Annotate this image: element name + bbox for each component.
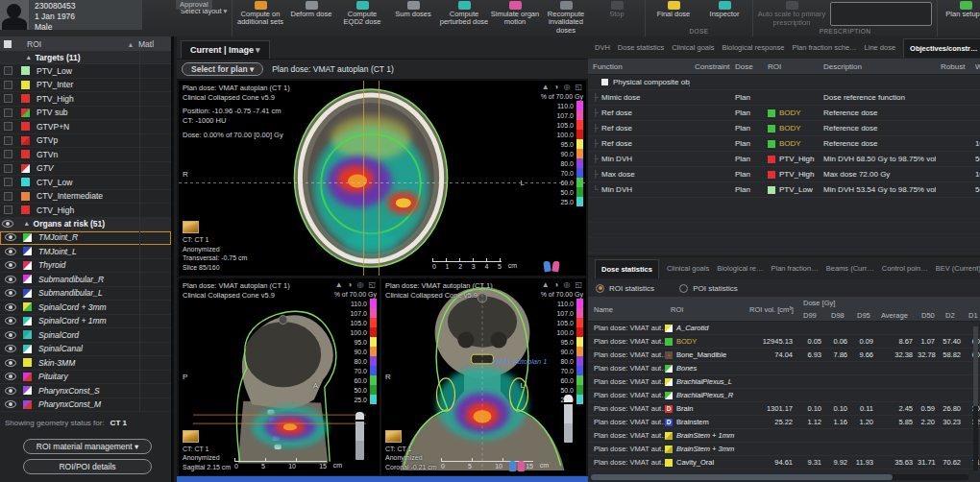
recompute-invalidated-doses-button[interactable]: Recompute invalidated doses	[541, 0, 591, 35]
statistics-row[interactable]: Plan dose: VMAT aut… BrachialPlexus_R	[588, 389, 980, 402]
roi-row[interactable]: CTV_High	[0, 204, 171, 218]
roi-column-header[interactable]: ROI	[27, 39, 41, 49]
tab-current-image[interactable]: Current | Image▾	[181, 40, 270, 59]
eye-icon[interactable]	[5, 317, 16, 325]
roi-row[interactable]: PTV sub	[0, 107, 171, 121]
roi-row[interactable]: TMJoint_R	[0, 231, 171, 246]
poi-statistics-radio[interactable]: POI statistics	[679, 284, 738, 293]
expand-icon[interactable]: ◱	[368, 280, 376, 289]
eye-icon[interactable]	[5, 387, 16, 395]
coronal-viewport[interactable]: Plan dose: VMAT autoplan (CT 1) Clinical…	[381, 278, 586, 475]
roi-statistics-radio[interactable]: ROI statistics	[596, 284, 654, 293]
sort-caret-icon[interactable]: ▴	[129, 39, 133, 49]
roi-row[interactable]: GTV	[0, 162, 171, 177]
roi-row[interactable]: PharynxConst_M	[0, 398, 171, 413]
objective-row[interactable]: ├Ref dose Plan BODY Reference dose	[588, 121, 980, 136]
roi-checkbox[interactable]	[4, 150, 12, 158]
roi-row[interactable]: CTV_Low	[0, 176, 171, 190]
plan-setup-button[interactable]: Plan setup ▾	[941, 0, 980, 18]
eye-icon[interactable]	[5, 345, 16, 352]
orientation-cube-icon[interactable]	[183, 430, 199, 443]
statistics-row[interactable]: Plan dose: VMAT aut… Bones	[588, 362, 980, 375]
statistics-row[interactable]: Plan dose: VMAT aut… Cavity_Oral 94.61 9…	[588, 456, 980, 470]
panel-tab[interactable]: Biological re…	[717, 264, 763, 273]
compute-on-additional-sets-button[interactable]: Compute on additional sets	[235, 0, 285, 27]
roi-checkbox[interactable]	[4, 178, 12, 186]
roi-row[interactable]: PharynxConst_S	[0, 384, 171, 398]
roi-row[interactable]: GTVP+N	[0, 120, 171, 134]
roi-row[interactable]: Submandibular_R	[0, 273, 171, 287]
eye-icon[interactable]	[5, 331, 16, 339]
eye-icon[interactable]	[5, 359, 16, 367]
roi-row[interactable]: PTV_Low	[0, 64, 171, 79]
roi-row[interactable]: TMJoint_L	[0, 245, 171, 259]
roi-checkbox[interactable]	[4, 108, 12, 117]
roi-row[interactable]: PTV_Inter	[0, 79, 171, 93]
objective-row[interactable]: ├Min DVH Plan PTV_High Min DVH 68.50 Gy …	[588, 152, 980, 167]
roi-row[interactable]: SpinalCord + 3mm	[0, 301, 171, 315]
panel-tab[interactable]: Line dose	[865, 43, 896, 52]
roi-checkbox[interactable]	[4, 81, 12, 89]
panel-tab[interactable]: DVH	[595, 43, 610, 52]
final-dose-button[interactable]: Final dose	[649, 0, 698, 18]
objective-row[interactable]: └Min DVH Plan PTV_Low Min DVH 53.54 Gy t…	[588, 182, 980, 198]
roi-checkbox[interactable]	[4, 136, 12, 145]
eye-icon[interactable]	[5, 261, 16, 269]
roi-row[interactable]: Pituitary	[0, 371, 171, 385]
statistics-row[interactable]: Plan dose: VMAT aut… BrainStem + 3mm	[588, 443, 980, 456]
panel-tab[interactable]: BEV (Current)	[936, 264, 980, 273]
objective-checkbox[interactable]	[601, 79, 608, 85]
statistics-row[interactable]: Plan dose: VMAT aut… ● Bone_Mandible 74.…	[588, 349, 980, 362]
windowing-icon[interactable]: ◑	[554, 280, 559, 289]
magnifier-icon[interactable]: ◎	[356, 280, 363, 289]
roi-row[interactable]: PTV_High	[0, 92, 171, 107]
roi-row[interactable]: GTVp	[0, 134, 171, 149]
panel-tab[interactable]: Dose statistics	[595, 259, 659, 278]
deform-dose-button[interactable]: Deform dose	[286, 0, 336, 18]
roi-row[interactable]: SpinalCord + 1mm	[0, 315, 171, 329]
roi-checkbox[interactable]	[4, 205, 12, 214]
matl-column-header[interactable]: Matl	[138, 39, 167, 49]
patient-card[interactable]: 230080453 1 Jan 1976 Male	[0, 0, 142, 30]
axial-viewport[interactable]: Plan dose: VMAT autoplan (CT 1) Clinical…	[179, 81, 586, 276]
sum-doses-button[interactable]: Sum doses	[388, 0, 438, 18]
statistics-row[interactable]: Plan dose: VMAT aut… D Brain 1301.17 0.1…	[588, 402, 980, 416]
roi-row[interactable]: SpinalCord	[0, 328, 171, 343]
panel-tab[interactable]: Plan fraction sche…	[792, 43, 856, 52]
image-icon[interactable]: ▲	[335, 280, 343, 289]
roi-checkbox[interactable]	[4, 122, 12, 131]
roi-row[interactable]: Skin-3MM	[0, 356, 171, 371]
eye-icon[interactable]	[5, 289, 16, 297]
statistics-row[interactable]: Plan dose: VMAT aut… A_Carotid	[588, 322, 980, 335]
select-for-plan-button[interactable]: Select for plan ▾	[182, 62, 263, 76]
objective-row[interactable]: ├Ref dose Plan BODY Reference dose	[588, 106, 980, 121]
windowing-icon[interactable]: ◑	[554, 83, 559, 91]
image-icon[interactable]: ▲	[542, 83, 550, 91]
select-all-checkbox[interactable]	[4, 40, 12, 48]
panel-tab[interactable]: Control poin…	[882, 264, 928, 273]
objective-row[interactable]: ├Ref dose Plan BODY Reference dose 10	[588, 136, 980, 152]
scrollbar-thumb[interactable]	[591, 474, 893, 480]
oars-group-header[interactable]: ▴ Organs at risk (51)	[0, 218, 171, 231]
prescription-note-box[interactable]	[830, 2, 932, 26]
windowing-icon[interactable]: ◑	[348, 280, 353, 289]
eye-icon[interactable]	[5, 400, 16, 408]
targets-group-header[interactable]: ▴ Targets (11)	[0, 51, 171, 64]
statistics-row[interactable]: Plan dose: VMAT aut… BODY 12945.13 0.05 …	[588, 335, 980, 349]
roi-material-management-button[interactable]: ROI material management ▾	[23, 439, 152, 454]
sagittal-viewport[interactable]: Plan dose: VMAT autoplan (CT 1) Clinical…	[179, 278, 380, 475]
roi-list-header[interactable]: ROI ▴ Matl	[0, 36, 171, 51]
panel-tab[interactable]: Beams (Curr…	[826, 264, 874, 273]
orientation-cube-icon[interactable]	[385, 430, 402, 443]
panel-tab[interactable]: Objectives/constr…	[903, 38, 980, 58]
eye-icon[interactable]	[5, 303, 16, 311]
roi-row[interactable]: CTV_Intermediate	[0, 190, 171, 205]
simulate-organ-motion-button[interactable]: Simulate organ motion	[490, 0, 540, 27]
panel-tab[interactable]: Dose statistics	[618, 43, 664, 52]
scrollbar-thumb[interactable]	[973, 326, 978, 406]
statistics-row[interactable]: Plan dose: VMAT aut… D Brainstem 25.22 1…	[588, 416, 980, 429]
stop-button[interactable]: Stop	[592, 0, 642, 18]
objective-row[interactable]: ├Mimic dose Plan Dose reference function	[588, 90, 980, 106]
roi-poi-details-button[interactable]: ROI/POI details	[23, 459, 152, 474]
horizontal-scrollbar[interactable]	[591, 474, 968, 480]
